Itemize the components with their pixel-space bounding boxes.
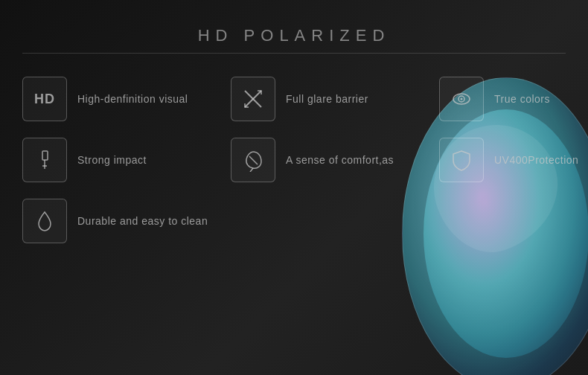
main-content: HD POLARIZED HD High-denfinition visual … [0, 0, 588, 263]
eye-icon [450, 87, 473, 111]
feature-label-glare: Full glare barrier [286, 93, 368, 105]
feature-label-hd: High-denfinition visual [77, 93, 188, 105]
svg-point-4 [461, 98, 463, 100]
drop-icon [33, 209, 57, 233]
feature-glare: Full glare barrier [231, 72, 439, 126]
feature-label-colors: True colors [494, 93, 550, 105]
leaf-icon [241, 148, 265, 172]
feature-strong-impact: Strong impact [22, 133, 231, 187]
feature-icon-drop [22, 199, 67, 243]
shield-icon [450, 148, 473, 172]
feature-label-durable: Durable and easy to clean [77, 215, 208, 227]
feature-icon-hd: HD [22, 77, 67, 121]
feature-label-uv400: UV400Protection [494, 154, 578, 166]
feature-icon-glare [231, 77, 275, 121]
feature-uv400: UV400Protection [439, 133, 588, 187]
feature-icon-eye [439, 77, 484, 121]
hammer-icon [33, 148, 57, 172]
main-title: HD POLARIZED [198, 26, 391, 45]
polarize-icon [241, 87, 265, 111]
feature-icon-leaf [231, 138, 275, 182]
feature-comfort: A sense of comfort,as [231, 133, 439, 187]
feature-icon-hammer [22, 138, 67, 182]
title-row: HD POLARIZED [22, 15, 566, 54]
svg-line-8 [250, 168, 253, 172]
features-grid: HD High-denfinition visual Full glare ba… [22, 68, 566, 248]
feature-icon-shield [439, 138, 484, 182]
feature-durable: Durable and easy to clean [22, 194, 231, 248]
feature-hd-visual: HD High-denfinition visual [22, 72, 231, 126]
svg-line-9 [249, 156, 258, 164]
feature-label-comfort: A sense of comfort,as [286, 154, 394, 166]
feature-true-colors: True colors [439, 72, 588, 126]
feature-label-impact: Strong impact [77, 154, 147, 166]
svg-rect-5 [42, 151, 48, 160]
